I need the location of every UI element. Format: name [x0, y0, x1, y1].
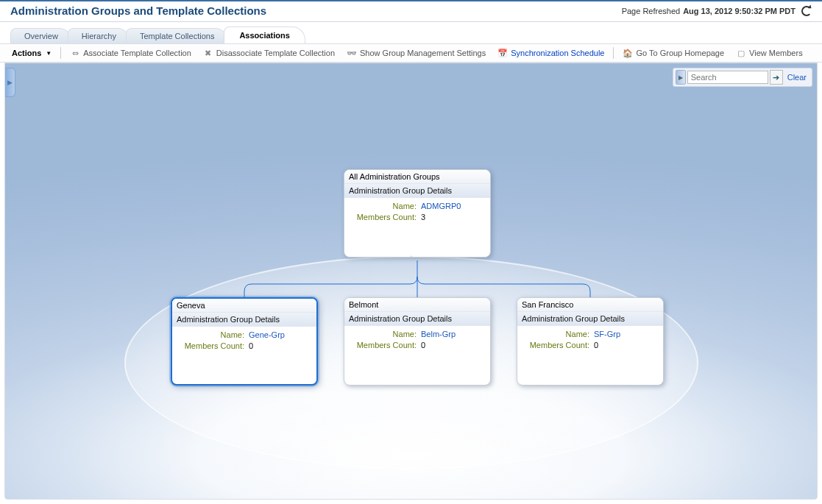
node-title: Belmont [344, 298, 490, 312]
field-name-value[interactable]: ADMGRP0 [421, 201, 461, 212]
field-members-value: 0 [421, 340, 425, 351]
field-members-value: 0 [594, 340, 598, 351]
field-members-label: Members Count: [349, 340, 417, 351]
refresh-icon[interactable] [801, 6, 812, 16]
search-go-button[interactable]: ➔ [770, 70, 783, 85]
canvas-search-toolbar: ▶ ➔ Clear [673, 68, 812, 87]
tab-associations[interactable]: Associations [224, 26, 305, 43]
refresh-prefix: Page Refreshed [622, 7, 681, 15]
node-child-geneva[interactable]: Geneva Administration Group Details Name… [171, 297, 318, 386]
field-members-label: Members Count: [349, 212, 417, 223]
node-body: Name: Belm-Grp Members Count: 0 [344, 326, 490, 357]
calendar-icon: 📅 [497, 48, 508, 58]
settings-icon: 👓 [347, 48, 357, 58]
node-title: Geneva [172, 299, 316, 313]
separator [613, 47, 614, 59]
search-clear-button[interactable]: Clear [784, 73, 809, 82]
palette-expand-handle[interactable]: ▶ [5, 68, 15, 97]
node-subtitle: Administration Group Details [344, 312, 490, 326]
page-header: Administration Groups and Template Colle… [0, 1, 822, 22]
goto-homepage-button[interactable]: 🏠 Go To Group Homepage [618, 46, 729, 60]
node-child-sanfrancisco[interactable]: San Francisco Administration Group Detai… [517, 297, 664, 386]
node-subtitle: Administration Group Details [344, 184, 490, 198]
page-title: Administration Groups and Template Colle… [10, 4, 266, 17]
associate-template-button[interactable]: ⇔ Associate Template Collection [65, 46, 196, 60]
field-name-value[interactable]: SF-Grp [594, 329, 620, 340]
field-name-value[interactable]: Gene-Grp [249, 330, 285, 341]
action-toolbar: Actions ▼ ⇔ Associate Template Collectio… [0, 44, 822, 63]
tab-template-collections[interactable]: Template Collections [126, 28, 229, 43]
field-members-value: 0 [249, 341, 253, 352]
separator [60, 47, 61, 59]
disassociate-template-button[interactable]: ✖ Disassociate Template Collection [199, 46, 339, 60]
link-icon: ⇔ [70, 48, 80, 58]
field-members-label: Members Count: [177, 341, 244, 352]
search-input[interactable] [687, 71, 768, 84]
actions-menu[interactable]: Actions ▼ [7, 47, 56, 59]
refresh-timestamp: Aug 13, 2012 9:50:32 PM PDT [683, 7, 796, 15]
view-members-button[interactable]: ▢ View Members [731, 46, 807, 60]
node-child-belmont[interactable]: Belmont Administration Group Details Nam… [344, 297, 491, 386]
show-settings-button[interactable]: 👓 Show Group Management Settings [342, 46, 490, 60]
dropdown-icon: ▼ [46, 50, 52, 57]
node-title: All Administration Groups [344, 170, 490, 184]
node-pointer-icon [411, 251, 424, 258]
tab-hierarchy[interactable]: Hierarchy [68, 28, 130, 43]
unlink-icon: ✖ [203, 48, 213, 58]
node-subtitle: Administration Group Details [517, 312, 663, 326]
field-name-value[interactable]: Belm-Grp [421, 329, 456, 340]
node-root[interactable]: All Administration Groups Administration… [344, 169, 491, 258]
tabs-bar: Overview Hierarchy Template Collections … [0, 22, 822, 44]
actions-label: Actions [12, 49, 41, 57]
node-title: San Francisco [517, 298, 663, 312]
field-members-value: 3 [421, 212, 425, 223]
members-icon: ▢ [736, 48, 746, 58]
field-name-label: Name: [349, 329, 417, 340]
node-body: Name: Gene-Grp Members Count: 0 [172, 327, 316, 358]
node-subtitle: Administration Group Details [172, 313, 316, 327]
home-icon: 🏠 [623, 48, 633, 58]
field-members-label: Members Count: [522, 340, 589, 351]
page-refresh-info: Page Refreshed Aug 13, 2012 9:50:32 PM P… [622, 6, 812, 16]
field-name-label: Name: [349, 201, 417, 212]
search-expand-handle[interactable]: ▶ [676, 70, 686, 85]
hierarchy-canvas[interactable]: ▶ ▶ ➔ Clear All Administration Groups Ad… [4, 63, 818, 500]
sync-schedule-button[interactable]: 📅 Synchronization Schedule [493, 46, 609, 60]
node-body: Name: ADMGRP0 Members Count: 3 [344, 198, 490, 229]
node-body: Name: SF-Grp Members Count: 0 [517, 326, 663, 357]
field-name-label: Name: [177, 330, 244, 341]
tab-overview[interactable]: Overview [10, 28, 72, 43]
field-name-label: Name: [522, 329, 589, 340]
